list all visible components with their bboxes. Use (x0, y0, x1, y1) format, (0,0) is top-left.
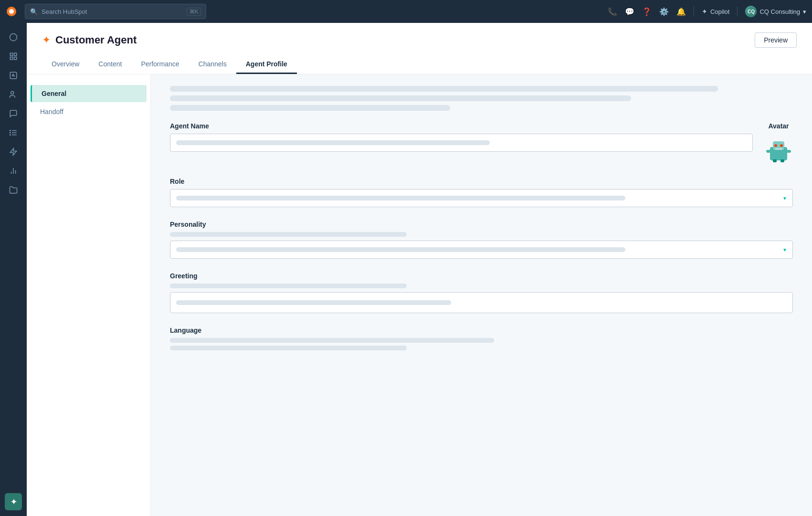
agent-name-section: Agent Name (170, 122, 753, 152)
svg-point-24 (780, 144, 783, 147)
greeting-label: Greeting (170, 272, 793, 280)
svg-rect-27 (786, 150, 791, 153)
hubspot-logo-icon[interactable] (6, 6, 17, 17)
sidebar-item-automation[interactable] (5, 143, 22, 160)
agent-name-input[interactable] (170, 134, 753, 152)
skeleton-bar-2 (170, 95, 631, 101)
svg-rect-26 (766, 150, 771, 153)
nav-divider-2 (737, 7, 738, 16)
svg-rect-28 (773, 159, 777, 162)
sidebar-item-general[interactable]: General (31, 85, 147, 102)
role-section: Role ▼ (170, 178, 793, 207)
avatar-label: Avatar (768, 122, 789, 130)
avatar-image[interactable] (764, 136, 793, 164)
skeleton-bar-3 (170, 105, 450, 111)
account-name: CQ Consulting (759, 8, 800, 15)
agent-name-skeleton (176, 140, 490, 145)
sidebar-item-files[interactable] (5, 181, 22, 199)
sidebar-item-home[interactable] (5, 29, 22, 46)
sidebar-item-contacts[interactable] (5, 86, 22, 103)
svg-rect-3 (10, 53, 12, 55)
svg-rect-29 (780, 159, 784, 162)
greeting-textarea[interactable] (170, 292, 793, 313)
ai-assistant-button[interactable]: ✦ (5, 493, 22, 510)
help-icon[interactable]: ❓ (642, 7, 652, 16)
role-select-wrapper: ▼ (170, 189, 793, 207)
svg-point-23 (774, 144, 777, 147)
sidebar-item-dashboard[interactable] (5, 48, 22, 65)
left-sidebar: ✦ (0, 23, 27, 516)
sidebar-item-handoff[interactable]: Handoff (31, 103, 147, 120)
svg-rect-5 (14, 57, 17, 60)
nav-divider (694, 7, 694, 16)
svg-point-1 (9, 9, 14, 14)
settings-icon[interactable]: ⚙️ (659, 7, 669, 16)
tab-agent-profile[interactable]: Agent Profile (236, 55, 297, 74)
svg-rect-4 (14, 53, 17, 55)
role-label: Role (170, 178, 793, 185)
sidebar-item-analytics[interactable] (5, 162, 22, 179)
svg-point-16 (10, 132, 11, 133)
language-label: Language (170, 326, 793, 334)
content-area: General Handoff Agent Name (27, 74, 812, 516)
personality-label: Personality (170, 221, 793, 228)
svg-point-11 (11, 91, 14, 94)
tab-content[interactable]: Content (89, 55, 131, 74)
search-placeholder: Search HubSpot (42, 8, 183, 15)
role-select-skeleton (176, 196, 625, 200)
role-select[interactable] (170, 189, 793, 207)
search-icon: 🔍 (30, 8, 38, 15)
agent-icon: ✦ (42, 34, 51, 46)
greeting-sublabel-skeleton (170, 284, 407, 288)
phone-icon[interactable]: 📞 (608, 7, 617, 16)
account-chevron-icon: ▾ (803, 8, 806, 15)
topnav: 🔍 Search HubSpot ⌘K 📞 💬 ❓ ⚙️ 🔔 ✦ Copilot… (0, 0, 812, 23)
personality-section: Personality ▼ (170, 221, 793, 259)
sidebar-item-reports[interactable] (5, 67, 22, 84)
description-skeletons (170, 86, 793, 111)
tab-performance[interactable]: Performance (131, 55, 189, 74)
greeting-section: Greeting (170, 272, 793, 313)
personality-select[interactable] (170, 241, 793, 259)
ai-icon: ✦ (11, 497, 17, 506)
copilot-button[interactable]: ✦ Copilot (702, 8, 729, 15)
sidebar-item-conversations[interactable] (5, 105, 22, 122)
page-header: ✦ Customer Agent Preview Overview Conten… (27, 23, 812, 74)
language-sublabel-2-skeleton (170, 346, 407, 350)
svg-point-15 (10, 130, 11, 131)
tab-overview[interactable]: Overview (42, 55, 89, 74)
personality-select-wrapper: ▼ (170, 241, 793, 259)
avatar: CQ (745, 6, 757, 17)
search-shortcut: ⌘K (187, 8, 201, 16)
secondary-sidebar: General Handoff (27, 74, 151, 516)
main-wrapper: ✦ Customer Agent Preview Overview Conten… (27, 23, 812, 516)
page-title-text: Customer Agent (55, 34, 137, 46)
language-sublabel-1-skeleton (170, 338, 494, 343)
chat-icon[interactable]: 💬 (625, 7, 634, 16)
topnav-right: 📞 💬 ❓ ⚙️ 🔔 ✦ Copilot CQ CQ Consulting ▾ (608, 6, 806, 17)
page-tabs: Overview Content Performance Channels Ag… (42, 55, 797, 74)
form-content: Agent Name Avatar (151, 74, 812, 516)
avatar-section: Avatar (764, 122, 793, 164)
page-title: ✦ Customer Agent (42, 34, 137, 46)
copilot-icon: ✦ (702, 8, 707, 15)
search-bar[interactable]: 🔍 Search HubSpot ⌘K (25, 4, 206, 19)
svg-rect-25 (775, 148, 782, 150)
svg-point-17 (10, 135, 11, 136)
notifications-icon[interactable]: 🔔 (676, 7, 686, 16)
sidebar-bottom: ✦ (5, 493, 22, 510)
sidebar-item-lists[interactable] (5, 124, 22, 141)
tab-channels[interactable]: Channels (189, 55, 236, 74)
agent-name-avatar-row: Agent Name Avatar (170, 122, 793, 164)
account-menu[interactable]: CQ CQ Consulting ▾ (745, 6, 806, 17)
svg-rect-6 (10, 57, 12, 60)
personality-sublabel-skeleton (170, 232, 407, 237)
agent-name-label: Agent Name (170, 122, 753, 130)
language-section: Language (170, 326, 793, 350)
greeting-textarea-skeleton (176, 300, 451, 305)
preview-button[interactable]: Preview (755, 32, 797, 48)
skeleton-bar-1 (170, 86, 718, 92)
page-title-row: ✦ Customer Agent Preview (42, 32, 797, 48)
svg-point-2 (10, 34, 17, 41)
personality-select-skeleton (176, 247, 625, 252)
